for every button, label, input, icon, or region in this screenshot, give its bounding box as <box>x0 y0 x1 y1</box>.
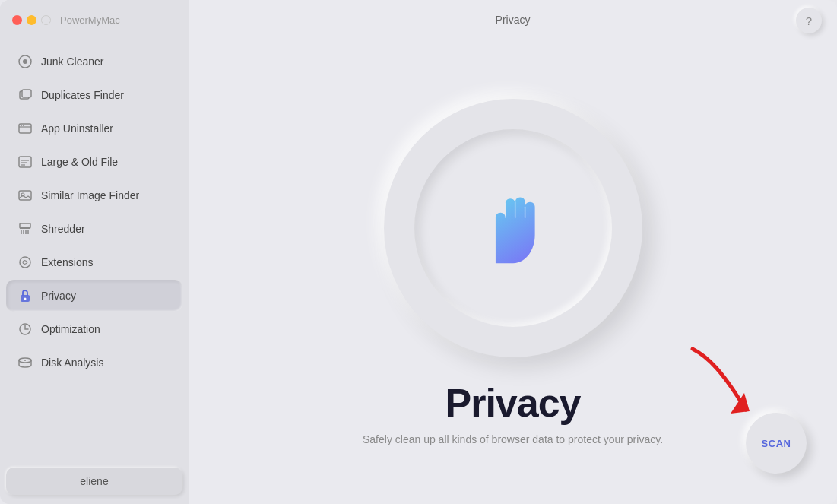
sidebar-label-large-old-file: Large & Old File <box>41 156 118 168</box>
shredder-icon <box>17 220 33 237</box>
close-button[interactable] <box>12 15 22 25</box>
sidebar-label-extensions: Extensions <box>41 256 93 268</box>
sidebar-item-duplicates-finder[interactable]: Duplicates Finder <box>6 79 182 111</box>
help-button[interactable]: ? <box>796 8 822 33</box>
privacy-icon <box>17 287 33 304</box>
center-area: Privacy Safely clean up all kinds of bro… <box>189 40 837 504</box>
titlebar: PowerMyMac <box>0 0 189 40</box>
sidebar-label-disk-analysis: Disk Analysis <box>41 357 103 369</box>
svg-point-1 <box>23 59 27 64</box>
svg-point-20 <box>20 257 30 268</box>
large-old-file-icon <box>17 154 33 170</box>
scan-button-wrapper: SCAN <box>746 413 807 474</box>
app-name: PowerMyMac <box>60 14 120 26</box>
minimize-button[interactable] <box>27 15 36 25</box>
app-uninstaller-icon <box>17 120 33 137</box>
main-header-title: Privacy <box>496 14 531 26</box>
privacy-hand-icon <box>471 182 555 274</box>
duplicates-finder-icon <box>17 87 33 103</box>
feature-title: Privacy <box>445 380 580 426</box>
disk-analysis-icon <box>17 354 33 371</box>
sidebar: PowerMyMac Junk Cleaner Duplicates Finde… <box>0 0 189 504</box>
svg-point-6 <box>21 125 22 126</box>
sidebar-item-junk-cleaner[interactable]: Junk Cleaner <box>6 46 182 78</box>
scan-button[interactable]: SCAN <box>746 413 807 474</box>
sidebar-label-similar-image-finder: Similar Image Finder <box>41 189 139 201</box>
sidebar-label-optimization: Optimization <box>41 323 100 335</box>
svg-rect-12 <box>19 191 31 200</box>
sidebar-item-similar-image-finder[interactable]: Similar Image Finder <box>6 179 182 211</box>
svg-point-7 <box>23 125 24 126</box>
sidebar-label-privacy: Privacy <box>41 290 76 302</box>
similar-image-finder-icon <box>17 187 33 204</box>
feature-description: Safely clean up all kinds of browser dat… <box>363 433 663 445</box>
traffic-lights <box>12 15 51 25</box>
sidebar-item-privacy[interactable]: Privacy <box>6 280 182 312</box>
sidebar-item-shredder[interactable]: Shredder <box>6 213 182 245</box>
junk-cleaner-icon <box>17 53 33 70</box>
sidebar-item-app-uninstaller[interactable]: App Uninstaller <box>6 113 182 144</box>
feature-circle-inner <box>414 129 612 327</box>
sidebar-item-disk-analysis[interactable]: Disk Analysis <box>6 347 182 379</box>
sidebar-label-app-uninstaller: App Uninstaller <box>41 122 113 135</box>
fullscreen-button[interactable] <box>41 15 51 25</box>
optimization-icon <box>17 321 33 338</box>
arrow-icon <box>677 334 769 425</box>
feature-circle-outer <box>384 99 642 357</box>
main-header: Privacy ? <box>189 0 837 40</box>
sidebar-navigation: Junk Cleaner Duplicates Finder App U <box>0 46 189 458</box>
sidebar-item-extensions[interactable]: Extensions <box>6 246 182 278</box>
sidebar-item-large-old-file[interactable]: Large & Old File <box>6 146 182 178</box>
svg-rect-3 <box>22 90 31 97</box>
sidebar-item-optimization[interactable]: Optimization <box>6 313 182 345</box>
main-content: Privacy ? <box>189 0 837 504</box>
svg-point-22 <box>24 298 27 300</box>
svg-rect-8 <box>19 157 31 167</box>
sidebar-label-junk-cleaner: Junk Cleaner <box>41 55 104 68</box>
sidebar-footer: eliene <box>0 458 189 504</box>
extensions-icon <box>17 254 33 271</box>
sidebar-label-shredder: Shredder <box>41 223 85 235</box>
sidebar-label-duplicates-finder: Duplicates Finder <box>41 89 124 101</box>
user-button[interactable]: eliene <box>6 468 182 495</box>
svg-point-25 <box>24 360 26 361</box>
